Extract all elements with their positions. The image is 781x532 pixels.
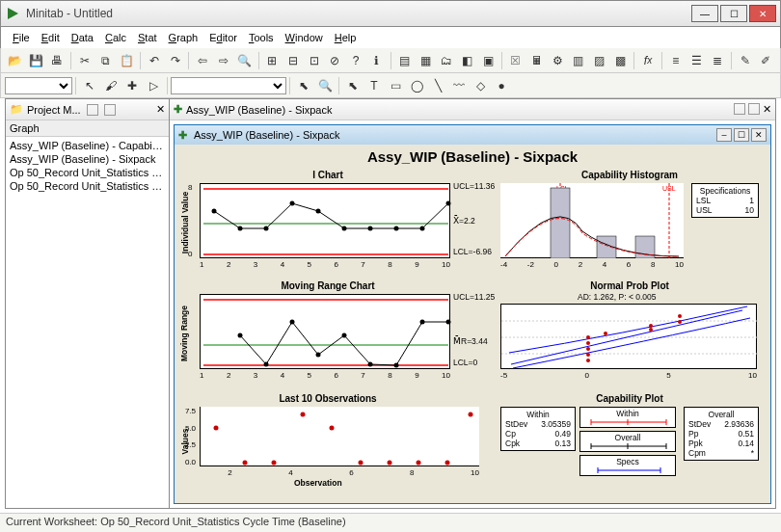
undo-icon[interactable]: ↶: [144, 51, 165, 70]
zoom-icon[interactable]: 🔍: [314, 76, 336, 95]
svg-point-50: [586, 341, 590, 345]
graph-list: Assy_WIP (Baseline) - Capability Assy_WI…: [6, 137, 169, 195]
npp-title: Normal Prob Plot: [500, 280, 759, 291]
calc-icon[interactable]: 🖩: [526, 51, 548, 70]
tab-close-icon[interactable]: ✕: [156, 103, 165, 116]
font-select[interactable]: [171, 77, 286, 94]
edit-tool-select[interactable]: [5, 77, 72, 94]
brush-icon[interactable]: 🖌: [100, 76, 121, 95]
menu-file[interactable]: File: [9, 32, 34, 43]
group-header-graph[interactable]: Graph: [6, 120, 169, 137]
tool-ban-icon[interactable]: ⊘: [325, 51, 346, 70]
tab-btn-1[interactable]: [87, 104, 98, 116]
last-dialog-icon[interactable]: ☒: [505, 51, 526, 70]
within-title: Within: [505, 410, 571, 419]
print-icon[interactable]: 🖶: [46, 51, 67, 70]
svg-point-52: [604, 332, 607, 335]
list-item[interactable]: Assy_WIP (Baseline) - Sixpack: [10, 152, 165, 166]
list-item[interactable]: Op 50_Record Unit_Statistics Cycl: [10, 166, 165, 179]
win-max-icon[interactable]: ☐: [734, 128, 749, 142]
svg-point-12: [420, 226, 425, 231]
align-center-icon[interactable]: ☰: [687, 51, 708, 70]
worksheet2-icon[interactable]: ▨: [589, 51, 610, 70]
status-text: Current Worksheet: Op 50_Record Unit_Sta…: [6, 516, 346, 527]
circle-icon[interactable]: ◯: [406, 76, 427, 95]
text-icon[interactable]: T: [364, 76, 385, 95]
polygon-icon[interactable]: ◇: [470, 76, 491, 95]
select-icon[interactable]: ⬉: [293, 76, 314, 95]
info-icon[interactable]: ℹ: [366, 51, 388, 70]
doc-tab-label[interactable]: Assy_WIP (Baseline) - Sixpack: [186, 104, 332, 116]
insert-row-icon[interactable]: ⊟: [283, 51, 304, 70]
fx-icon[interactable]: fx: [637, 51, 659, 70]
crosshair-icon[interactable]: ✚: [121, 76, 143, 95]
graph-canvas: Assy_WIP (Baseline) - Sixpack I Chart In…: [175, 145, 770, 503]
help-icon[interactable]: ?: [345, 51, 366, 70]
menu-editor[interactable]: Editor: [205, 32, 241, 43]
close-button[interactable]: ✕: [749, 5, 776, 22]
paste-icon[interactable]: 📋: [116, 51, 137, 70]
marker-icon[interactable]: ●: [491, 76, 512, 95]
cut-icon[interactable]: ✂: [74, 51, 95, 70]
insert-col-icon[interactable]: ⊡: [304, 51, 325, 70]
align-left-icon[interactable]: ≡: [665, 51, 687, 70]
menu-edit[interactable]: Edit: [38, 32, 64, 43]
doc-tab-btn-2[interactable]: [748, 103, 760, 115]
save-icon[interactable]: 💾: [26, 51, 47, 70]
mr-chart-plot: [200, 294, 450, 369]
tab-btn-2[interactable]: [104, 104, 116, 116]
insert-cell-icon[interactable]: ⊞: [262, 51, 283, 70]
svg-text:USL: USL: [662, 185, 676, 192]
graph-window-icon[interactable]: ◧: [457, 51, 478, 70]
svg-point-28: [272, 461, 277, 466]
list-item[interactable]: Assy_WIP (Baseline) - Capability: [10, 139, 165, 152]
doc-tab-close-icon[interactable]: ✕: [763, 103, 771, 116]
minimize-button[interactable]: —: [691, 5, 718, 22]
menu-window[interactable]: Window: [282, 32, 327, 43]
maximize-button[interactable]: ☐: [720, 5, 747, 22]
svg-point-55: [678, 320, 682, 324]
align-right-icon[interactable]: ≣: [707, 51, 728, 70]
history-icon[interactable]: ▩: [609, 51, 631, 70]
report-icon[interactable]: ▣: [477, 51, 498, 70]
play-icon[interactable]: ▷: [143, 76, 164, 95]
svg-point-8: [316, 209, 321, 214]
overall-title: Overall: [688, 410, 754, 419]
data-window-icon[interactable]: ▦: [415, 51, 436, 70]
redo-icon[interactable]: ↷: [165, 51, 186, 70]
win-min-icon[interactable]: –: [716, 128, 732, 142]
find-icon[interactable]: 🔍: [234, 51, 256, 70]
worksheet-icon[interactable]: ▥: [568, 51, 589, 70]
svg-point-33: [417, 461, 421, 466]
polyline-icon[interactable]: 〰: [448, 76, 470, 95]
copy-icon[interactable]: ⧉: [95, 51, 117, 70]
menu-help[interactable]: Help: [331, 32, 361, 43]
menu-graph[interactable]: Graph: [165, 32, 202, 43]
tool-b-icon[interactable]: ✐: [756, 51, 777, 70]
nav-back-icon[interactable]: ⇦: [192, 51, 213, 70]
menu-tools[interactable]: Tools: [245, 32, 278, 43]
menu-calc[interactable]: Calc: [101, 32, 130, 43]
rect-icon[interactable]: ▭: [385, 76, 406, 95]
i-chart-yticks: 80: [188, 183, 192, 258]
svg-point-54: [649, 324, 653, 328]
line-icon[interactable]: ╲: [427, 76, 448, 95]
panel-capplot: Capability Plot Within StDev3.05359 Cp0.…: [500, 393, 759, 490]
list-item[interactable]: Op 50_Record Unit_Statistics Cycl: [10, 179, 165, 193]
last10-xticks: 246810: [200, 468, 479, 477]
doc-tab-btn-1[interactable]: [734, 103, 745, 115]
svg-point-9: [342, 226, 347, 231]
select-pointer-icon[interactable]: ⬉: [342, 76, 364, 95]
open-icon[interactable]: 📂: [5, 51, 26, 70]
session-window-icon[interactable]: ▤: [394, 51, 416, 70]
pointer-icon[interactable]: ↖: [79, 76, 100, 95]
project-manager-icon[interactable]: 🗂: [436, 51, 457, 70]
assistant-icon[interactable]: ⚙: [547, 51, 568, 70]
menu-data[interactable]: Data: [67, 32, 97, 43]
svg-point-13: [446, 201, 451, 206]
win-close-icon[interactable]: ✕: [751, 128, 767, 142]
tool-a-icon[interactable]: ✎: [735, 51, 756, 70]
nav-fwd-icon[interactable]: ⇨: [213, 51, 234, 70]
menu-stat[interactable]: Stat: [134, 32, 161, 43]
panel-mr-chart: Moving Range Chart Moving Range UCL: [178, 280, 477, 382]
